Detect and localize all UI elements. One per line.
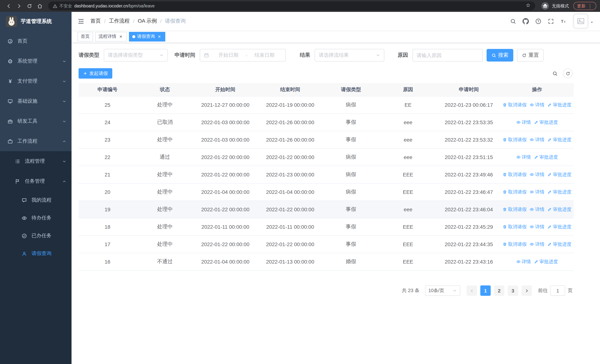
detail-link[interactable]: 详情: [530, 206, 544, 213]
dashboard-icon: [7, 38, 13, 44]
sidebar-item-task-mgmt[interactable]: 任务管理: [0, 171, 72, 191]
cancel-leave-link[interactable]: 取消请假: [503, 241, 527, 247]
address-bar[interactable]: 不安全 dashboard.yudao.iocoder.cn/bpm/oa/le…: [48, 1, 535, 10]
app-logo[interactable]: 芋道管理系统: [0, 12, 72, 31]
font-size-icon[interactable]: TT: [560, 18, 567, 24]
cancel-leave-link[interactable]: 取消请假: [503, 137, 527, 143]
tab-process-detail[interactable]: 流程详情 ×: [95, 32, 127, 41]
next-page-button[interactable]: [521, 285, 532, 296]
reason-input[interactable]: [412, 49, 483, 62]
refresh-table-button[interactable]: [563, 69, 572, 78]
user-icon: [21, 251, 27, 256]
audit-progress-link[interactable]: 审批进度: [547, 224, 572, 230]
fullscreen-icon[interactable]: [548, 18, 554, 24]
toggle-search-button[interactable]: [552, 71, 558, 76]
sidebar-item-infra[interactable]: 基础设施: [0, 91, 72, 111]
cell-id: 23: [79, 137, 136, 143]
browser-back-button[interactable]: [4, 1, 13, 11]
sidebar-item-devtools[interactable]: 研发工具: [0, 111, 72, 131]
sidebar-item-done-tasks[interactable]: 已办任务: [0, 227, 72, 245]
close-icon[interactable]: ×: [118, 34, 123, 39]
sidebar-item-todo-tasks[interactable]: 待办任务: [0, 209, 72, 227]
cell-status: 已取消: [136, 119, 193, 126]
sidebar-item-system[interactable]: 系统管理: [0, 51, 72, 71]
detail-link[interactable]: 详情: [530, 189, 544, 195]
breadcrumb-item[interactable]: 工作流程: [109, 18, 130, 24]
audit-progress-link[interactable]: 审批进度: [534, 119, 558, 125]
sidebar-item-label: 流程管理: [25, 158, 62, 165]
sidebar-item-my-process[interactable]: 我的流程: [0, 191, 72, 209]
create-leave-button[interactable]: 发起请假: [79, 68, 112, 79]
pager-pages: 123: [480, 285, 518, 296]
sidebar-item-process-mgmt[interactable]: 流程管理: [0, 151, 72, 171]
prev-page-button[interactable]: [467, 285, 477, 296]
sidebar-item-leave-query[interactable]: 请假查询: [0, 245, 72, 262]
cancel-leave-link[interactable]: 取消请假: [503, 102, 527, 108]
star-icon: [525, 3, 531, 8]
delete-icon: [503, 172, 507, 177]
monitor-icon: [7, 98, 13, 104]
cancel-leave-link[interactable]: 取消请假: [503, 224, 527, 230]
tab-leave-query[interactable]: 请假查询 ×: [129, 32, 165, 41]
audit-progress-link[interactable]: 审批进度: [534, 154, 558, 160]
leave-type-select[interactable]: 请选择请假类型: [104, 49, 168, 62]
search-button[interactable]: 搜索: [487, 49, 513, 62]
page-button-2[interactable]: 2: [494, 285, 504, 296]
detail-link[interactable]: 详情: [530, 102, 544, 108]
page-size-select[interactable]: 10条/页: [425, 285, 460, 296]
detail-link[interactable]: 详情: [530, 224, 544, 230]
cancel-leave-link[interactable]: 取消请假: [503, 171, 527, 178]
detail-link[interactable]: 详情: [530, 241, 544, 247]
sidebar-item-home[interactable]: 首页: [0, 31, 72, 51]
column-header: 申请编号: [79, 86, 136, 93]
workflow-submenu: 流程管理 任务管理 我的流程 待办任务: [0, 151, 72, 364]
page-button-1[interactable]: 1: [480, 285, 491, 296]
breadcrumb-item[interactable]: 首页: [90, 18, 101, 24]
audit-progress-link[interactable]: 审批进度: [547, 137, 572, 143]
cell-reason: eee: [379, 137, 437, 143]
cell-apply_time: 2022-01-22 23:53:32: [437, 137, 500, 143]
row-actions: 详情审批进度: [500, 259, 574, 265]
audit-progress-link[interactable]: 审批进度: [547, 171, 572, 178]
sidebar-item-payment[interactable]: ¥ 支付管理: [0, 71, 72, 91]
detail-link[interactable]: 详情: [516, 119, 531, 125]
eye-icon: [530, 207, 534, 212]
page-button-3[interactable]: 3: [508, 285, 518, 296]
arrow-right-icon: [16, 3, 22, 9]
browser-update-button[interactable]: 更新 ⋮: [573, 2, 596, 10]
user-menu[interactable]: [574, 14, 594, 28]
detail-link[interactable]: 详情: [530, 137, 544, 143]
security-indicator[interactable]: 不安全: [53, 3, 72, 9]
close-icon[interactable]: ×: [157, 34, 162, 39]
audit-progress-link[interactable]: 审批进度: [534, 259, 558, 265]
github-icon[interactable]: [523, 18, 529, 24]
audit-progress-link[interactable]: 审批进度: [547, 102, 572, 108]
action-label: 详情: [535, 206, 544, 213]
arrow-left-icon: [6, 3, 11, 9]
sidebar-item-workflow[interactable]: 工作流程: [0, 131, 72, 151]
audit-progress-link[interactable]: 审批进度: [547, 241, 572, 247]
audit-progress-link[interactable]: 审批进度: [547, 206, 572, 213]
cell-id: 17: [79, 241, 136, 247]
audit-progress-link[interactable]: 审批进度: [547, 189, 572, 195]
tab-home[interactable]: 首页: [77, 32, 93, 41]
detail-link[interactable]: 详情: [516, 259, 531, 265]
cell-type: 事假: [323, 224, 379, 230]
apply-time-range-picker[interactable]: 开始日期 - 结束日期: [200, 49, 286, 62]
browser-reload-button[interactable]: [24, 1, 34, 11]
detail-link[interactable]: 详情: [530, 171, 544, 178]
breadcrumb-item[interactable]: OA 示例: [138, 18, 157, 24]
help-icon[interactable]: ?: [535, 18, 542, 24]
browser-home-button[interactable]: [35, 1, 45, 11]
browser-forward-button[interactable]: [14, 1, 24, 11]
reset-button[interactable]: 重置: [517, 49, 544, 62]
cancel-leave-link[interactable]: 取消请假: [503, 206, 527, 213]
header-search-button[interactable]: [510, 18, 516, 24]
cancel-leave-link[interactable]: 取消请假: [503, 189, 527, 195]
detail-link[interactable]: 详情: [516, 154, 531, 160]
goto-page-input[interactable]: [550, 285, 565, 296]
action-label: 审批进度: [553, 241, 572, 247]
result-select[interactable]: 请选择流结果: [315, 49, 384, 62]
bookmark-star-button[interactable]: [525, 3, 531, 9]
hamburger-menu-button[interactable]: [77, 18, 84, 25]
